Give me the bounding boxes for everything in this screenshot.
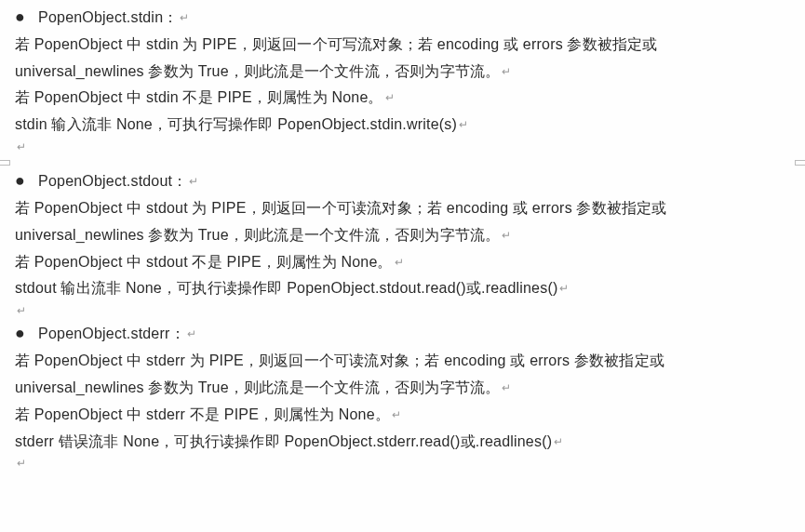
heading-stdout: PopenObject.stdout： [38, 173, 187, 189]
para-mark-icon: ↵ [392, 408, 401, 421]
para-stderr-3: stderr 错误流非 None，可执行读操作即 PopenObject.std… [15, 433, 552, 449]
para-stdout-1: 若 PopenObject 中 stdout 为 PIPE，则返回一个可读流对象… [15, 200, 667, 243]
para-mark-icon: ↵ [189, 175, 198, 188]
para-stdin-1: 若 PopenObject 中 stdin 为 PIPE，则返回一个可写流对象；… [15, 36, 658, 79]
para-mark-icon: ↵ [502, 381, 511, 394]
heading-stdin: PopenObject.stdin： [38, 9, 178, 25]
section-stdout: ● PopenObject.stdout：↵ 若 PopenObject 中 s… [15, 167, 790, 302]
bullet-icon: ● [15, 4, 25, 31]
para-stdout-3: stdout 输出流非 None，可执行读操作即 PopenObject.std… [15, 280, 557, 296]
section-stderr: ● PopenObject.stderr：↵ 若 PopenObject 中 s… [15, 320, 790, 455]
para-mark-icon: ↵ [459, 118, 468, 131]
bullet-icon: ● [15, 320, 25, 347]
para-mark-icon: ↵ [502, 229, 511, 242]
para-mark-icon: ↵ [385, 91, 395, 104]
para-stderr-1: 若 PopenObject 中 stderr 为 PIPE，则返回一个可读流对象… [15, 352, 664, 395]
para-mark-icon: ↵ [395, 256, 404, 269]
para-mark-icon: ↵ [17, 302, 790, 320]
para-mark-icon: ↵ [180, 11, 189, 24]
heading-stderr: PopenObject.stderr： [38, 326, 185, 341]
page-break-marker [15, 158, 790, 164]
bullet-icon: ● [15, 167, 25, 194]
para-mark-icon: ↵ [554, 435, 563, 448]
para-stdin-2: 若 PopenObject 中 stdin 不是 PIPE，则属性为 None。 [15, 89, 383, 105]
para-mark-icon: ↵ [17, 455, 790, 472]
para-mark-icon: ↵ [502, 65, 511, 78]
para-stdin-3: stdin 输入流非 None，可执行写操作即 PopenObject.stdi… [15, 116, 457, 132]
document-page: ● PopenObject.stdin：↵ 若 PopenObject 中 st… [0, 0, 805, 477]
para-stdout-2: 若 PopenObject 中 stdout 不是 PIPE，则属性为 None… [15, 254, 393, 270]
section-stdin: ● PopenObject.stdin：↵ 若 PopenObject 中 st… [15, 4, 790, 139]
para-stderr-2: 若 PopenObject 中 stderr 不是 PIPE，则属性为 None… [15, 406, 390, 422]
para-mark-icon: ↵ [17, 139, 790, 156]
para-mark-icon: ↵ [559, 282, 569, 295]
para-mark-icon: ↵ [187, 327, 196, 340]
